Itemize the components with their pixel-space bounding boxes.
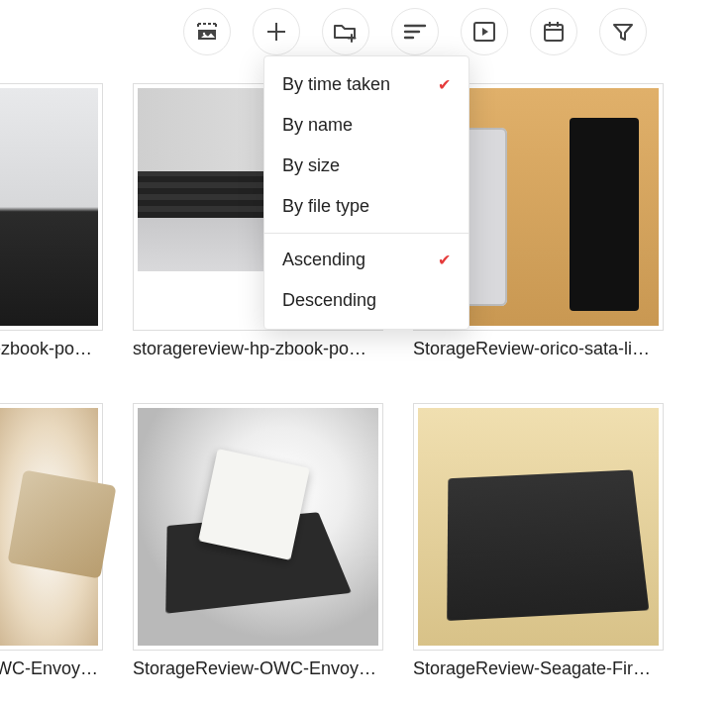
sort-option-label: By name <box>282 115 353 136</box>
photo-card[interactable]: StorageReview-OWC-Envoy… <box>133 403 383 679</box>
photo-caption: StorageReview-Seagate-Fir… <box>413 658 664 679</box>
select-area-icon <box>195 21 219 43</box>
sort-option-label: By time taken <box>282 74 390 95</box>
new-folder-button[interactable] <box>322 8 369 55</box>
slideshow-button[interactable] <box>461 8 508 55</box>
sort-dropdown: By time taken ✔ By name By size By file … <box>263 55 469 330</box>
plus-icon <box>265 21 287 43</box>
sort-option-size[interactable]: By size <box>264 146 468 186</box>
select-area-button[interactable] <box>183 8 231 55</box>
svg-rect-3 <box>545 25 563 41</box>
thumbnail <box>0 83 103 331</box>
sort-direction-label: Ascending <box>282 250 365 270</box>
play-box-icon <box>472 21 496 43</box>
sort-option-file-type[interactable]: By file type <box>264 186 468 227</box>
sort-option-label: By size <box>282 155 340 176</box>
add-button[interactable] <box>253 8 300 55</box>
filter-icon <box>612 21 634 43</box>
filter-button[interactable] <box>599 8 647 55</box>
menu-separator <box>264 233 468 234</box>
calendar-icon <box>542 20 566 44</box>
sort-option-name[interactable]: By name <box>264 105 468 146</box>
check-icon: ✔ <box>438 251 451 269</box>
sort-option-label: By file type <box>282 196 369 217</box>
toolbar <box>0 0 728 55</box>
photo-card[interactable]: StorageReview-Seagate-Fir… <box>413 403 664 679</box>
sort-option-time-taken[interactable]: By time taken ✔ <box>264 64 468 105</box>
sort-direction-label: Descending <box>282 290 376 311</box>
sort-direction-descending[interactable]: Descending <box>264 280 468 321</box>
photo-caption: storagereview-hp-zbook-po… <box>133 339 383 359</box>
photo-caption: StorageReview-orico-sata-li… <box>413 339 664 359</box>
svg-rect-0 <box>198 30 216 40</box>
photo-caption: WC-Envoy… <box>0 658 103 679</box>
photo-caption: StorageReview-OWC-Envoy… <box>133 658 383 679</box>
folder-plus-icon <box>333 20 359 44</box>
thumbnail <box>413 403 664 651</box>
photo-card[interactable]: WC-Envoy… <box>0 403 103 679</box>
check-icon: ✔ <box>438 75 451 94</box>
thumbnail <box>0 403 103 651</box>
photo-card[interactable]: -zbook-po… <box>0 83 103 359</box>
sort-button[interactable] <box>391 8 439 55</box>
sort-icon <box>403 22 427 42</box>
sort-direction-ascending[interactable]: Ascending ✔ <box>264 240 468 280</box>
calendar-button[interactable] <box>530 8 577 55</box>
photo-caption: -zbook-po… <box>0 339 103 359</box>
thumbnail <box>133 403 383 651</box>
